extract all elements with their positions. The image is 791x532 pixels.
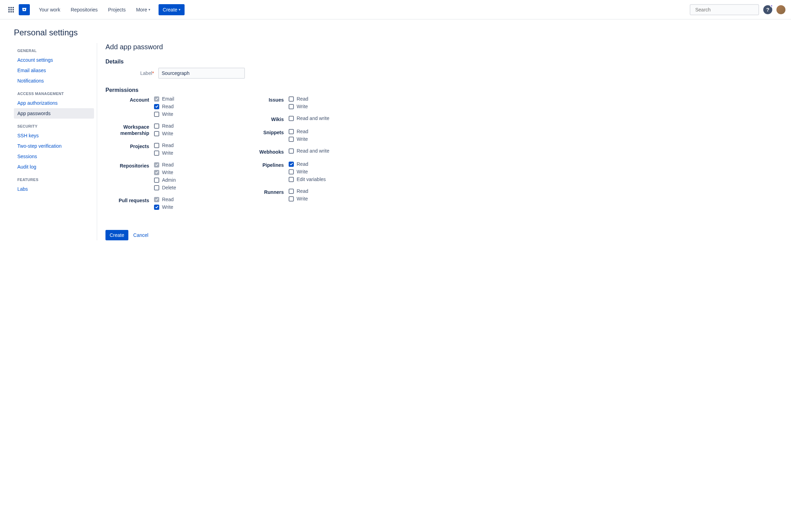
perm-option[interactable]: Delete bbox=[154, 185, 176, 190]
checkbox[interactable] bbox=[154, 205, 159, 210]
perm-option[interactable]: Read bbox=[289, 129, 308, 134]
checkbox[interactable] bbox=[154, 131, 159, 136]
main-content: Add app password Details Label* Permissi… bbox=[97, 43, 361, 240]
perm-option-label: Read and write bbox=[297, 115, 329, 121]
profile-avatar[interactable] bbox=[776, 5, 785, 14]
perm-option[interactable]: Edit variables bbox=[289, 177, 326, 182]
perm-option[interactable]: Read bbox=[154, 104, 174, 109]
permissions-heading: Permissions bbox=[105, 87, 361, 93]
checkbox[interactable] bbox=[289, 196, 294, 201]
checkbox[interactable] bbox=[154, 185, 159, 190]
checkbox[interactable] bbox=[289, 116, 294, 121]
checkbox[interactable] bbox=[289, 148, 294, 154]
perm-group-label: Wikis bbox=[240, 115, 289, 122]
perm-option[interactable]: Write bbox=[289, 169, 326, 174]
perm-group-label: Webhooks bbox=[240, 148, 289, 155]
sidebar-section-label: SECURITY bbox=[14, 119, 94, 130]
perm-option[interactable]: Admin bbox=[154, 177, 176, 183]
bitbucket-logo[interactable] bbox=[19, 4, 30, 15]
sidebar-item-labs[interactable]: Labs bbox=[14, 184, 94, 194]
sidebar-item-email-aliases[interactable]: Email aliases bbox=[14, 65, 94, 76]
perm-group-label: Pipelines bbox=[240, 161, 289, 182]
checkbox[interactable] bbox=[289, 104, 294, 109]
checkbox[interactable] bbox=[289, 137, 294, 142]
checkbox[interactable] bbox=[289, 129, 294, 134]
perm-option[interactable]: Write bbox=[289, 104, 308, 109]
create-submit-button[interactable]: Create bbox=[105, 230, 128, 240]
sidebar-item-account-settings[interactable]: Account settings bbox=[14, 55, 94, 65]
label-input[interactable] bbox=[158, 68, 245, 79]
perm-option-label: Admin bbox=[162, 177, 176, 183]
sidebar-item-two-step-verification[interactable]: Two-step verification bbox=[14, 141, 94, 151]
label-field-label: Label* bbox=[105, 70, 154, 76]
perm-group-runners: RunnersReadWrite bbox=[240, 188, 361, 201]
sidebar-item-app-authorizations[interactable]: App authorizations bbox=[14, 98, 94, 108]
perm-option[interactable]: Read bbox=[289, 161, 326, 167]
perm-option-label: Read bbox=[162, 123, 173, 129]
permissions-grid: AccountEmailReadWriteWorkspace membershi… bbox=[105, 96, 361, 216]
perm-group-wikis: WikisRead and write bbox=[240, 115, 361, 122]
perm-option[interactable]: Read and write bbox=[289, 115, 329, 121]
perm-option[interactable]: Read bbox=[154, 123, 173, 129]
perm-group-label: Projects bbox=[105, 143, 154, 156]
sidebar-item-app-passwords[interactable]: App passwords bbox=[14, 108, 94, 119]
app-switcher-button[interactable] bbox=[6, 4, 17, 15]
cancel-button[interactable]: Cancel bbox=[133, 232, 148, 238]
search-input[interactable] bbox=[695, 7, 756, 12]
bitbucket-icon bbox=[22, 7, 27, 12]
nav-repositories[interactable]: Repositories bbox=[67, 0, 102, 19]
nav-more[interactable]: More ▾ bbox=[132, 0, 154, 19]
checkbox[interactable] bbox=[154, 123, 159, 129]
sidebar-item-ssh-keys[interactable]: SSH keys bbox=[14, 130, 94, 141]
perm-option[interactable]: Read and write bbox=[289, 148, 329, 154]
checkbox[interactable] bbox=[289, 162, 294, 167]
checkbox[interactable] bbox=[289, 177, 294, 182]
checkbox[interactable] bbox=[289, 169, 294, 174]
notification-dot bbox=[770, 5, 773, 7]
perm-option[interactable]: Write bbox=[154, 111, 174, 117]
checkbox[interactable] bbox=[154, 104, 159, 109]
sidebar-item-notifications[interactable]: Notifications bbox=[14, 76, 94, 86]
perm-option[interactable]: Write bbox=[154, 131, 173, 136]
sidebar-item-audit-log[interactable]: Audit log bbox=[14, 162, 94, 172]
search-box[interactable] bbox=[690, 4, 759, 15]
perm-option[interactable]: Write bbox=[154, 204, 173, 210]
main-heading: Add app password bbox=[105, 43, 361, 51]
create-button-label: Create bbox=[163, 7, 177, 12]
perm-option-label: Read bbox=[297, 188, 308, 194]
checkbox[interactable] bbox=[289, 189, 294, 194]
nav-your-work[interactable]: Your work bbox=[35, 0, 65, 19]
checkbox[interactable] bbox=[289, 96, 294, 102]
perm-option: Email bbox=[154, 96, 174, 102]
perm-option: Write bbox=[154, 170, 176, 175]
perm-option-label: Write bbox=[297, 104, 308, 109]
checkbox[interactable] bbox=[154, 143, 159, 148]
layout: GENERALAccount settingsEmail aliasesNoti… bbox=[14, 43, 777, 240]
sidebar-section-label: ACCESS MANAGEMENT bbox=[14, 86, 94, 98]
checkbox[interactable] bbox=[154, 112, 159, 117]
perm-group-issues: IssuesReadWrite bbox=[240, 96, 361, 109]
checkbox[interactable] bbox=[154, 178, 159, 183]
perm-option-label: Edit variables bbox=[297, 177, 326, 182]
page: Personal settings GENERALAccount setting… bbox=[0, 19, 791, 249]
perm-option[interactable]: Write bbox=[289, 136, 308, 142]
perm-option: Read bbox=[154, 197, 173, 202]
perm-option-label: Read bbox=[297, 96, 308, 102]
perm-group-label: Snippets bbox=[240, 129, 289, 142]
perm-group-repositories: RepositoriesReadWriteAdminDelete bbox=[105, 162, 226, 190]
create-button[interactable]: Create ▾ bbox=[159, 4, 185, 15]
perm-option[interactable]: Read bbox=[154, 143, 173, 148]
settings-sidebar: GENERALAccount settingsEmail aliasesNoti… bbox=[14, 43, 97, 240]
perm-option[interactable]: Write bbox=[154, 150, 173, 156]
top-nav-right: ? bbox=[690, 4, 785, 15]
checkbox[interactable] bbox=[154, 151, 159, 156]
perm-group-label: Issues bbox=[240, 96, 289, 109]
perm-group-snippets: SnippetsReadWrite bbox=[240, 129, 361, 142]
perm-option-label: Email bbox=[162, 96, 174, 102]
help-button[interactable]: ? bbox=[763, 5, 772, 14]
perm-option[interactable]: Read bbox=[289, 188, 308, 194]
sidebar-item-sessions[interactable]: Sessions bbox=[14, 151, 94, 162]
perm-option[interactable]: Write bbox=[289, 196, 308, 201]
perm-option[interactable]: Read bbox=[289, 96, 308, 102]
nav-projects[interactable]: Projects bbox=[104, 0, 130, 19]
